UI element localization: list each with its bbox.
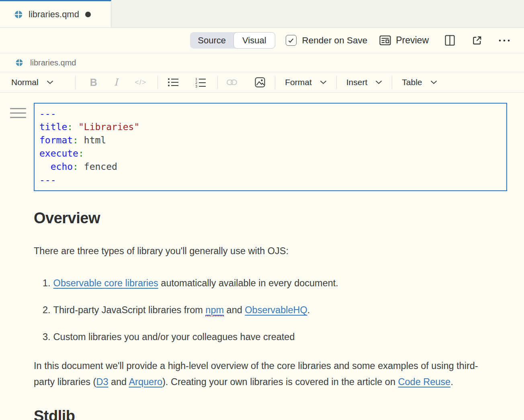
paragraph-text: . <box>450 377 453 387</box>
yaml-value: fenced <box>84 161 117 172</box>
chevron-down-icon <box>320 80 327 84</box>
tab-title: libraries.qmd <box>29 9 79 20</box>
svg-text:3: 3 <box>195 84 197 88</box>
insert-image-button[interactable] <box>252 77 268 88</box>
breadcrumb: libraries.qmd <box>0 53 524 72</box>
list-item-text: Custom libraries you and/or your colleag… <box>53 332 295 342</box>
numbered-list-icon: 1 2 3 <box>195 77 206 88</box>
render-on-save-label: Render on Save <box>302 35 368 46</box>
preview-label: Preview <box>396 35 429 46</box>
open-external-button[interactable] <box>472 35 482 46</box>
link-icon <box>227 79 237 86</box>
yaml-line: execute: <box>39 147 501 160</box>
list-item: 3.Custom libraries you and/or your colle… <box>43 329 497 345</box>
yaml-key: format <box>39 135 73 145</box>
render-on-save-checkbox[interactable] <box>286 35 297 46</box>
link-npm[interactable]: npm <box>205 305 224 316</box>
table-menu-label: Table <box>402 77 422 87</box>
toolbar-divider <box>217 75 218 89</box>
render-on-save-control[interactable]: Render on Save <box>286 35 368 46</box>
preview-button[interactable]: Preview <box>379 35 429 46</box>
yaml-key: execute <box>39 148 78 159</box>
yaml-colon: : <box>67 122 73 132</box>
yaml-metadata-block[interactable]: --- title: "Libraries" format: html exec… <box>34 103 507 191</box>
yaml-line: title: "Libraries" <box>39 120 501 134</box>
bold-button[interactable]: B <box>88 77 100 88</box>
visual-mode-button[interactable]: Visual <box>233 32 275 49</box>
block-drag-handle-icon[interactable] <box>10 108 26 121</box>
toolbar-divider <box>75 75 76 89</box>
yaml-string-value: "Libraries" <box>78 122 139 132</box>
more-options-button[interactable] <box>498 39 510 42</box>
table-menu[interactable]: Table <box>399 77 439 87</box>
paragraph-text: and <box>108 377 129 387</box>
italic-button[interactable]: I <box>112 77 120 88</box>
list-number: 1. <box>43 278 51 288</box>
split-editor-button[interactable] <box>445 35 455 46</box>
checkmark-icon <box>288 38 294 43</box>
insert-link-button[interactable] <box>224 79 239 86</box>
yaml-fence: --- <box>39 108 56 119</box>
chevron-down-icon <box>47 80 53 84</box>
paragraph-text: ). Creating your own libraries is covere… <box>162 377 398 387</box>
bullet-list-button[interactable] <box>165 77 181 87</box>
yaml-colon: : <box>78 148 84 159</box>
chevron-down-icon <box>430 80 437 84</box>
list-item-text: and <box>224 305 245 315</box>
ellipsis-icon <box>498 39 510 42</box>
document-editor-area[interactable]: --- title: "Libraries" format: html exec… <box>0 93 524 420</box>
yaml-colon: : <box>73 135 78 145</box>
link-d3[interactable]: D3 <box>96 377 108 387</box>
yaml-fence: --- <box>39 175 56 185</box>
quarto-visual-editor-window: libraries.qmd Source Visual Render on Sa… <box>0 0 524 420</box>
yaml-line: --- <box>39 107 501 120</box>
yaml-value: html <box>84 135 106 145</box>
yaml-key: echo <box>51 161 73 172</box>
quarto-file-icon <box>15 59 23 67</box>
chevron-down-icon <box>375 80 382 84</box>
preview-icon <box>379 35 391 45</box>
yaml-line: --- <box>39 173 501 187</box>
yaml-line: format: html <box>39 134 501 147</box>
image-icon <box>255 77 265 88</box>
toolbar-divider <box>275 75 275 89</box>
list-number: 2. <box>43 305 51 315</box>
link-observablehq[interactable]: ObservableHQ <box>245 305 307 315</box>
open-external-icon <box>472 35 482 46</box>
paragraph-style-dropdown[interactable]: Normal <box>9 77 56 87</box>
formatting-toolbar: Normal B I </> <box>0 72 524 93</box>
source-mode-button[interactable]: Source <box>190 32 233 49</box>
numbered-list: 1.Observable core libraries automaticall… <box>34 275 507 345</box>
yaml-key: title <box>39 122 67 132</box>
code-icon: </> <box>135 78 146 87</box>
heading-stdlib: Stdlib <box>34 408 507 420</box>
toolbar-divider <box>392 75 392 89</box>
body-paragraph: In this document we'll provide a high-le… <box>34 358 496 390</box>
intro-paragraph: There are three types of library you'll … <box>34 243 496 259</box>
bullet-list-icon <box>168 77 179 87</box>
editor-toolbar: Source Visual Render on Save Pre <box>0 28 524 53</box>
yaml-line: echo: fenced <box>39 160 501 173</box>
heading-overview: Overview <box>34 210 507 227</box>
link-arquero[interactable]: Arquero <box>129 377 162 387</box>
link-code-reuse[interactable]: Code Reuse <box>398 377 451 387</box>
unsaved-changes-dot <box>85 12 91 17</box>
list-item-text: automatically available in every documen… <box>158 278 338 288</box>
yaml-colon: : <box>73 161 78 172</box>
quarto-file-icon <box>14 10 23 19</box>
inline-code-button[interactable]: </> <box>132 78 149 87</box>
insert-menu-label: Insert <box>346 77 368 87</box>
numbered-list-button[interactable]: 1 2 3 <box>192 77 209 88</box>
italic-icon: I <box>114 77 118 88</box>
toolbar-divider <box>158 75 158 89</box>
breadcrumb-filename[interactable]: libraries.qmd <box>30 58 76 67</box>
list-item: 1.Observable core libraries automaticall… <box>43 275 497 291</box>
toolbar-divider <box>336 75 337 89</box>
tab-libraries-qmd[interactable]: libraries.qmd <box>0 0 111 27</box>
tab-bar: libraries.qmd <box>0 0 524 28</box>
split-editor-icon <box>445 35 455 46</box>
insert-menu[interactable]: Insert <box>344 77 385 87</box>
format-menu[interactable]: Format <box>282 77 329 87</box>
link-observable-core-libraries[interactable]: Observable core libraries <box>53 278 158 288</box>
list-item: 2.Third-party JavaScript libraries from … <box>43 302 497 318</box>
